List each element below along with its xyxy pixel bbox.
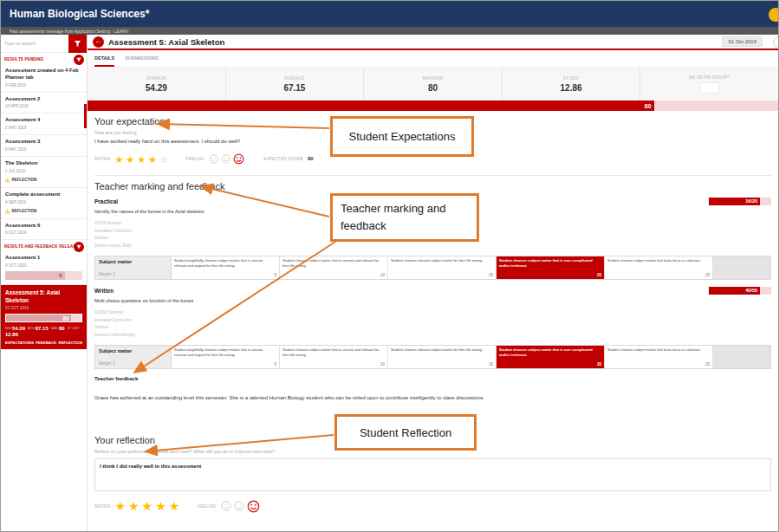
star-icon-filled[interactable]: ★	[137, 154, 148, 165]
sad-face-icon[interactable]	[209, 154, 218, 164]
rubric-weight: Weight: 1	[99, 272, 167, 276]
max-value: 80	[59, 326, 65, 331]
grade-value: C	[59, 273, 62, 278]
stat-label: AM OR PM GROUP?	[689, 75, 730, 80]
teacher-feedback-text: Grace has achieved at an outstanding lev…	[94, 395, 771, 400]
sidebar-item-assessment-feb[interactable]: Assessment created on 4 Feb Planner tab …	[1, 64, 87, 93]
date-button[interactable]: 31 Oct 2019	[722, 36, 763, 47]
star-icon-filled[interactable]: ★	[155, 499, 169, 513]
item-date: 1 JUL 2019	[5, 169, 82, 173]
annotation-box-student-reflection: Student Reflection	[334, 414, 477, 451]
rubric-cell-score: 15	[391, 273, 493, 277]
sidebar-item-assessment-2[interactable]: Assessment 2 10 APR 2019	[1, 93, 87, 114]
item-date: 10 APR 2019	[5, 104, 82, 108]
rubric-criterion: Subject matter	[99, 348, 167, 354]
results-released-label: RESULTS AND FEEDBACK RELEASED	[4, 244, 81, 249]
star-icon-empty[interactable]: ☆	[159, 154, 171, 165]
curriculum-line: Science Inquiry Skills	[94, 243, 771, 250]
results-pending-header: RESULTS PENDING ▾	[1, 53, 87, 64]
stat-value: 80	[428, 83, 438, 93]
rubric-cell-text: Student chooses relevant subject matter …	[391, 347, 493, 352]
back-button[interactable]: ←	[93, 36, 104, 48]
neutral-face-icon[interactable]	[234, 501, 244, 511]
item-title: Assessment 4	[5, 117, 82, 124]
sidebar-item-assessment-6[interactable]: Assessment 6 9 OCT 2019	[1, 219, 87, 241]
sidebar-item-assessment-5-selected[interactable]: Assessment 5: Axial Skeleton 31 OCT 2019…	[1, 285, 87, 349]
grade-bar: C	[5, 271, 82, 280]
item-title: Assessment 5: Axial Skeleton	[5, 289, 82, 304]
sad-face-icon[interactable]	[221, 501, 231, 511]
practical-rubric-table: Subject matter Weight: 1 Student insight…	[94, 256, 771, 280]
rubric-cell: Student chooses subject matter that lack…	[605, 256, 713, 279]
overall-score-value: 80	[645, 103, 652, 109]
curriculum-line: Australian Curriculum	[94, 317, 771, 325]
link-expectations[interactable]: EXPECTATIONS	[5, 341, 34, 345]
rating-stars[interactable]: ★★★★★	[114, 498, 182, 514]
rubric-cell-score: 10	[282, 273, 385, 277]
stat-maximum: MAXIMUM 80	[364, 68, 503, 101]
chevron-down-icon[interactable]: ▾	[74, 242, 84, 252]
scroll-top-button[interactable]	[773, 36, 778, 49]
neutral-face-icon[interactable]	[221, 154, 230, 164]
message-bar-text: Past assessments message from Applicatio…	[10, 29, 128, 34]
stat-stdev: ST DEV 12.86	[503, 68, 641, 101]
rubric-cell-score: 20	[499, 362, 601, 367]
rubric-cell: Student chooses subject matter that lack…	[605, 346, 713, 368]
rubric-cell-text: Student chooses subject matter that is c…	[282, 347, 385, 357]
rubric-cell-score: 10	[282, 362, 385, 367]
star-icon-filled[interactable]: ★	[128, 499, 142, 513]
rubric-cell-score: 20	[499, 273, 601, 277]
badge-remainder	[760, 287, 771, 295]
sidebar-item-assessment-1[interactable]: Assessment 1 9 OCT 2019 C	[1, 251, 87, 285]
sidebar-item-the-skeleton[interactable]: The Skeleton 1 JUL 2019 ⚠REFLECTION	[1, 157, 87, 188]
rubric-empty-cell	[713, 346, 770, 368]
app-window: Human Biological Sciences* Past assessme…	[0, 0, 779, 532]
search-input[interactable]	[1, 35, 68, 52]
rating-label: RATING	[94, 157, 110, 161]
group-input[interactable]	[700, 82, 719, 94]
tab-submissions[interactable]: SUBMISSIONS	[125, 55, 159, 67]
badge-remainder	[760, 198, 771, 205]
happy-face-icon-selected[interactable]	[233, 153, 244, 165]
stats-strip: MINIMUM 54.29 AVERAGE 67.15 MAXIMUM 80 S…	[88, 68, 778, 101]
selected-stats: MIN 54.29 AVG 67.15 MAX 80 ST DEV 12.86	[5, 326, 82, 337]
sidebar-item-complete-assessment[interactable]: Complete assessment 4 SEP 2019 ⚠REFLECTI…	[1, 188, 87, 219]
star-icon-filled[interactable]: ★	[114, 499, 128, 513]
sidebar-scrollbar[interactable]	[84, 104, 87, 128]
rubric-cell-score: 25	[607, 362, 710, 367]
app-title: Human Biological Sciences*	[10, 8, 149, 20]
curriculum-line: ACSSU Science	[94, 309, 771, 317]
rating-stars[interactable]: ★★★★☆	[114, 151, 170, 166]
star-icon-filled[interactable]: ★	[148, 154, 159, 165]
feeling-picker	[221, 500, 260, 513]
reflection-input[interactable]: I think I did really well in this assess…	[94, 458, 771, 491]
star-icon-filled[interactable]: ★	[142, 499, 156, 513]
tab-details[interactable]: DETAILS	[94, 55, 114, 67]
star-icon-filled[interactable]: ★	[169, 499, 183, 513]
stat-value: 12.86	[561, 83, 582, 93]
item-date: 9 OCT 2019	[5, 263, 82, 268]
rubric-cell-score: 15	[391, 362, 493, 367]
rubric-cell-score: 5	[174, 362, 276, 367]
happy-face-icon-selected[interactable]	[247, 500, 260, 513]
link-reflection[interactable]: REFLECTION	[59, 341, 82, 345]
user-avatar[interactable]	[769, 8, 779, 22]
chevron-down-icon[interactable]: ▾	[74, 55, 84, 65]
written-rubric-table: Subject matter Weight: 1 Student insight…	[94, 345, 771, 369]
annotation-box-student-expectations: Student Expectations	[330, 116, 474, 157]
stat-value: 67.15	[283, 83, 305, 93]
rubric-cell-text: Student chooses subject matter that is o…	[499, 258, 601, 268]
item-date: 4 FEB 2019	[5, 83, 82, 88]
page-title: Assessment 5: Axial Skeleton	[108, 37, 224, 47]
filter-button[interactable]	[68, 35, 87, 53]
sidebar-item-assessment-4[interactable]: Assessment 4 2 MAY 2019	[1, 114, 87, 135]
sidebar-item-assessment-3[interactable]: Assessment 3 8 MAY 2019	[1, 135, 87, 157]
link-feedback[interactable]: FEEDBACK	[36, 341, 56, 345]
star-icon-filled[interactable]: ★	[114, 154, 126, 165]
star-icon-filled[interactable]: ★	[126, 154, 137, 165]
rubric-cell-selected: Student chooses subject matter that is o…	[497, 256, 605, 279]
rubric-cell-text: Student chooses subject matter that lack…	[607, 347, 710, 352]
rubric-cell-score: 5	[174, 273, 276, 277]
rubric-cell: Student chooses subject matter that is c…	[280, 256, 388, 279]
results-released-header: RESULTS AND FEEDBACK RELEASED ▾	[1, 240, 87, 251]
